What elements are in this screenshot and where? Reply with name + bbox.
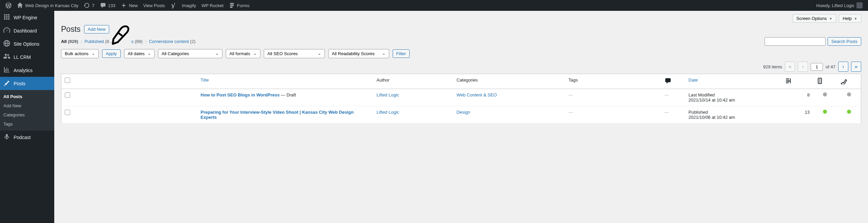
new-content[interactable]: New <box>118 0 140 11</box>
sidebar-item-podcast[interactable]: Podcast <box>0 131 54 144</box>
svg-point-1 <box>819 79 820 80</box>
filter-drafts[interactable]: s (89) <box>131 39 142 44</box>
pin-icon <box>3 80 10 87</box>
wp-logo[interactable] <box>3 0 14 11</box>
search-button[interactable]: Search Posts <box>828 37 861 46</box>
links-count: 13 <box>805 110 810 115</box>
filter-all[interactable]: All (929) <box>61 39 78 44</box>
sidebar-item-analytics[interactable]: Analytics <box>0 64 54 77</box>
sidebar-sub-add-new[interactable]: Add New <box>0 101 54 110</box>
col-author: Author <box>373 74 453 89</box>
view-posts[interactable]: View Posts <box>140 0 167 11</box>
sidebar-item-label: LL CRM <box>14 54 31 60</box>
table-row: How to Post SEO Blogs in WordPress — Dra… <box>61 89 861 106</box>
forms[interactable]: Forms <box>226 0 252 11</box>
sidebar-item-label: Posts <box>14 81 25 86</box>
seo-score-icon <box>816 80 823 85</box>
comments-value: — <box>665 110 669 115</box>
readability-dot <box>847 110 851 114</box>
categories-select[interactable]: All Categories <box>158 49 222 58</box>
sidebar-item-posts[interactable]: Posts <box>0 77 54 90</box>
imagify[interactable]: Imagify <box>179 0 199 11</box>
sidebar-sub-categories[interactable]: Categories <box>0 110 54 119</box>
seo-scores-select[interactable]: All SEO Scores <box>264 49 325 58</box>
comments-count: 133 <box>108 3 116 8</box>
form-icon <box>229 2 235 8</box>
dates-select[interactable]: All dates <box>124 49 155 58</box>
screen-options-button[interactable]: Screen Options ▼ <box>793 14 836 23</box>
search-input[interactable] <box>765 37 826 46</box>
col-comments[interactable] <box>661 74 685 89</box>
comment-icon <box>100 2 106 8</box>
updates-count: 7 <box>92 3 94 8</box>
col-readability[interactable] <box>837 74 861 89</box>
row-checkbox[interactable] <box>65 92 70 98</box>
wp-rocket[interactable]: WP Rocket <box>199 0 226 11</box>
bulk-actions-select[interactable]: Bulk actions <box>61 49 99 58</box>
items-count: 929 items <box>763 64 782 69</box>
page-last-button[interactable]: » <box>851 62 861 72</box>
post-title-link[interactable]: How to Post SEO Blogs in WordPress <box>201 92 280 97</box>
col-categories: Categories <box>453 74 565 89</box>
updates[interactable]: 7 <box>81 0 97 11</box>
wp-rocket-label: WP Rocket <box>201 3 223 8</box>
comments[interactable]: 133 <box>97 0 118 11</box>
readability-dot <box>847 92 851 96</box>
help-button[interactable]: Help ▼ <box>839 14 861 23</box>
col-seo[interactable] <box>813 74 837 89</box>
tags-value: — <box>569 110 573 115</box>
sidebar-item-llcrm[interactable]: LL CRM <box>0 50 54 64</box>
col-title[interactable]: Title <box>197 74 373 89</box>
howdy-menu[interactable]: Howdy, Lifted Logic <box>814 0 866 11</box>
page-current-input[interactable] <box>811 63 823 71</box>
svg-point-2 <box>819 81 820 82</box>
sidebar-item-site-options[interactable]: Site Options <box>0 37 54 50</box>
sidebar-item-label: Podcast <box>14 135 31 140</box>
page-title: Posts <box>61 25 81 34</box>
sidebar-sub-tags[interactable]: Tags <box>0 119 54 129</box>
table-row: Preparing for Your Interview-Style Video… <box>61 106 861 124</box>
avatar <box>856 2 863 8</box>
filter-published[interactable]: Published (8… <box>84 39 113 44</box>
date-value: 2021/10/06 at 10:42 am <box>689 115 735 120</box>
grid-icon <box>3 14 10 21</box>
mic-icon <box>3 133 10 141</box>
posts-table: Title Author Categories Tags Date How to… <box>61 74 861 124</box>
select-all-checkbox[interactable] <box>65 77 70 83</box>
site-name: Web Design in Kansas City <box>25 3 78 8</box>
readability-scores-select[interactable]: All Readability Scores <box>328 49 389 58</box>
add-new-button[interactable]: Add New <box>84 25 110 34</box>
sidebar-item-wpengine[interactable]: WP Engine <box>0 11 54 24</box>
date-status: Last Modified <box>689 92 715 97</box>
tags-value: — <box>569 92 573 97</box>
sidebar-sub-all-posts[interactable]: All Posts <box>0 92 54 101</box>
col-date[interactable]: Date <box>685 74 781 89</box>
home-icon <box>17 2 23 8</box>
category-link[interactable]: Web Content & SEO <box>456 92 497 97</box>
svg-point-3 <box>819 82 820 83</box>
page-first-button[interactable]: « <box>785 62 795 72</box>
forms-label: Forms <box>237 3 250 8</box>
post-title-link[interactable]: Preparing for Your Interview-Style Video… <box>201 110 354 120</box>
author-link[interactable]: Lifted Logic <box>377 110 399 115</box>
author-link[interactable]: Lifted Logic <box>377 92 399 97</box>
filter-cornerstone[interactable]: Cornerstone content (2) <box>149 39 195 44</box>
page-next-button[interactable]: › <box>838 62 848 72</box>
page-prev-button[interactable]: ‹ <box>798 62 808 72</box>
sidebar-item-label: Site Options <box>14 41 39 47</box>
filter-button[interactable]: Filter <box>393 49 410 58</box>
chevron-down-icon: ▼ <box>854 17 857 21</box>
apply-button[interactable]: Apply <box>102 49 121 58</box>
col-links[interactable] <box>781 74 813 89</box>
page-of: of 47 <box>826 64 835 69</box>
site-home[interactable]: Web Design in Kansas City <box>14 0 81 11</box>
post-status: — Draft <box>280 92 296 97</box>
row-checkbox[interactable] <box>65 110 70 115</box>
seo-dot <box>823 92 827 96</box>
plus-icon <box>121 2 127 8</box>
formats-select[interactable]: All formats <box>226 49 260 58</box>
comment-icon <box>665 80 671 85</box>
category-link[interactable]: Design <box>456 110 470 115</box>
sidebar-item-dashboard[interactable]: Dashboard <box>0 24 54 37</box>
yoast[interactable] <box>167 0 179 11</box>
